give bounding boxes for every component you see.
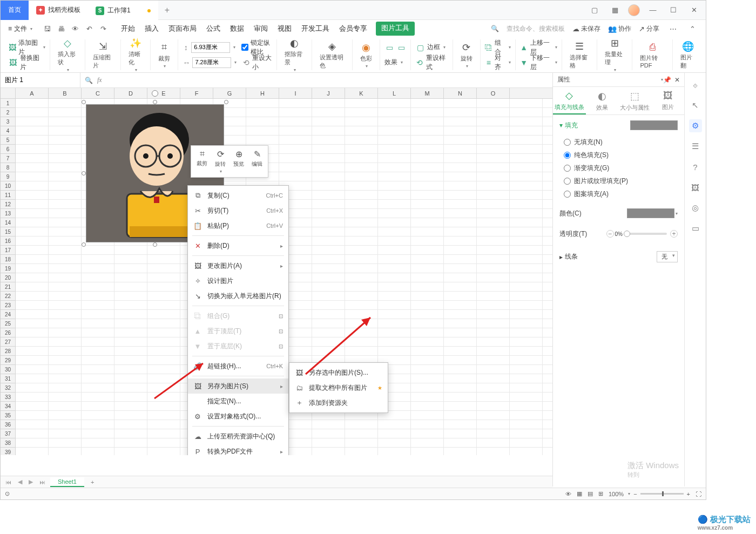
more-icon[interactable]: ⋯ bbox=[667, 23, 679, 35]
row-header[interactable]: 3 bbox=[1, 117, 16, 126]
name-box[interactable] bbox=[1, 73, 80, 87]
panel-tab-picture[interactable]: 🖼图片 bbox=[651, 87, 684, 114]
clarity-button[interactable]: ✨清晰化▾ bbox=[125, 36, 146, 73]
ctx-assign-macro[interactable]: 指定宏(N)... bbox=[188, 394, 288, 409]
insert-shape-button[interactable]: ◇插入形状▾ bbox=[55, 36, 80, 73]
tab-home[interactable]: 首页 bbox=[1, 1, 29, 20]
row-header[interactable]: 20 bbox=[1, 273, 16, 282]
col-header[interactable]: F bbox=[180, 88, 213, 98]
share-button[interactable]: ↗分享 bbox=[639, 24, 659, 33]
fill-gradient-radio[interactable]: 渐变填充(G) bbox=[559, 161, 678, 174]
row-header[interactable]: 26 bbox=[1, 328, 16, 337]
row-header[interactable]: 15 bbox=[1, 227, 16, 236]
sub-extract-all[interactable]: 🗂提取文档中所有图片★ bbox=[289, 380, 388, 395]
row-header[interactable]: 14 bbox=[1, 218, 16, 227]
reset-style-button[interactable]: ⟲重设样式 bbox=[415, 55, 448, 70]
border-button[interactable]: ▢边框▾ bbox=[415, 40, 448, 55]
rotate-button[interactable]: ⟳旋转▾ bbox=[457, 40, 476, 70]
row-header[interactable]: 2 bbox=[1, 108, 16, 117]
redo-icon[interactable]: ↷ bbox=[97, 23, 109, 35]
row-header[interactable]: 4 bbox=[1, 126, 16, 136]
strip-gallery-icon[interactable]: 🖼 bbox=[689, 181, 702, 194]
to-pdf-button[interactable]: ⎙图片转PDF bbox=[637, 40, 668, 70]
menu-tab-dev[interactable]: 开发工具 bbox=[300, 22, 330, 36]
ctx-change-pic[interactable]: 🖼更改图片(A)▸ bbox=[188, 258, 288, 273]
avatar[interactable] bbox=[628, 4, 640, 16]
save-icon[interactable]: 🖫 bbox=[41, 23, 53, 35]
row-header[interactable]: 29 bbox=[1, 356, 16, 365]
line-select[interactable]: 无 bbox=[657, 251, 678, 262]
select-pane-button[interactable]: ☰选择窗格 bbox=[566, 39, 592, 71]
sheet-add-button[interactable]: + bbox=[87, 479, 97, 485]
collapse-ribbon-icon[interactable]: ⌃ bbox=[686, 23, 698, 35]
menu-file[interactable]: ≡文件▾ bbox=[4, 22, 37, 36]
sheet-nav-next[interactable]: ▶ bbox=[27, 478, 35, 485]
row-header[interactable]: 39 bbox=[1, 448, 16, 455]
tab-workbook[interactable]: S工作簿1 bbox=[88, 1, 158, 20]
row-header[interactable]: 22 bbox=[1, 292, 16, 301]
menu-tab-member[interactable]: 会员专享 bbox=[338, 22, 368, 36]
reset-size-button[interactable]: 重设大小 bbox=[252, 53, 272, 72]
zoom-fx-icon[interactable]: 🔍 bbox=[85, 77, 93, 84]
layout-icon[interactable]: ▢ bbox=[587, 3, 602, 18]
row-header[interactable]: 36 bbox=[1, 420, 16, 429]
row-header[interactable]: 16 bbox=[1, 236, 16, 246]
col-header[interactable]: C bbox=[82, 88, 114, 98]
group-button[interactable]: ⿻组合▾ bbox=[485, 40, 511, 55]
row-header[interactable]: 38 bbox=[1, 438, 16, 448]
apps-icon[interactable]: ▦ bbox=[608, 3, 623, 18]
row-header[interactable]: 34 bbox=[1, 402, 16, 411]
menu-tab-layout[interactable]: 页面布局 bbox=[167, 22, 198, 36]
fullscreen-icon[interactable]: ⛶ bbox=[696, 491, 701, 497]
ctx-embed-cell[interactable]: ↘切换为嵌入单元格图片(R) bbox=[188, 288, 288, 303]
ctx-format-object[interactable]: ⚙设置对象格式(O)... bbox=[188, 409, 288, 424]
row-header[interactable]: 13 bbox=[1, 209, 16, 218]
view-normal-icon[interactable]: ▦ bbox=[577, 490, 582, 497]
row-header[interactable]: 11 bbox=[1, 191, 16, 200]
row-header[interactable]: 32 bbox=[1, 383, 16, 393]
strip-help-icon[interactable]: ? bbox=[689, 160, 702, 173]
effect-button[interactable]: 效果▾ bbox=[384, 55, 406, 70]
view-page-icon[interactable]: ▤ bbox=[588, 490, 593, 497]
color-button[interactable]: ◉色彩▾ bbox=[357, 40, 375, 70]
col-header[interactable]: I bbox=[279, 88, 312, 98]
sub-add-assets[interactable]: ＋添加到资源夹 bbox=[289, 395, 388, 410]
fill-pattern-radio[interactable]: 图案填充(A) bbox=[559, 187, 678, 200]
row-header[interactable]: 8 bbox=[1, 163, 16, 172]
minimize-button[interactable]: — bbox=[645, 3, 660, 18]
row-header[interactable]: 33 bbox=[1, 393, 16, 402]
maximize-button[interactable]: ☐ bbox=[666, 3, 681, 18]
row-header[interactable]: 21 bbox=[1, 282, 16, 292]
tab-new[interactable]: + bbox=[158, 5, 176, 15]
col-header[interactable]: N bbox=[444, 88, 477, 98]
row-header[interactable]: 17 bbox=[1, 246, 16, 255]
strip-settings-icon[interactable]: ⚙ bbox=[689, 119, 702, 132]
batch-button[interactable]: ⊞批量处理▾ bbox=[602, 36, 627, 73]
select-all-corner[interactable] bbox=[1, 88, 16, 98]
fill-preview[interactable] bbox=[630, 120, 678, 130]
minus-button[interactable]: − bbox=[606, 230, 614, 238]
row-header[interactable]: 27 bbox=[1, 337, 16, 347]
row-header[interactable]: 1 bbox=[1, 99, 16, 108]
remove-bg-button[interactable]: ◐抠除背景▾ bbox=[281, 36, 307, 73]
col-header[interactable]: M bbox=[411, 88, 444, 98]
tab-template[interactable]: ✦找稻壳模板 bbox=[29, 1, 88, 20]
col-header[interactable]: G bbox=[213, 88, 246, 98]
row-header[interactable]: 10 bbox=[1, 181, 16, 191]
menu-tab-picture-tools[interactable]: 图片工具 bbox=[376, 22, 415, 36]
menu-tab-formula[interactable]: 公式 bbox=[205, 22, 221, 36]
status-record-icon[interactable]: ⊙ bbox=[5, 490, 10, 497]
col-header[interactable]: J bbox=[312, 88, 345, 98]
sheet-nav-last[interactable]: ⏭ bbox=[38, 479, 47, 485]
ctx-copy[interactable]: ⧉复制(C)Ctrl+C bbox=[188, 188, 288, 203]
menu-tab-data[interactable]: 数据 bbox=[229, 22, 245, 36]
strip-device-icon[interactable]: ▭ bbox=[689, 222, 702, 235]
row-header[interactable]: 23 bbox=[1, 301, 16, 310]
strip-list-icon[interactable]: ☰ bbox=[689, 140, 702, 153]
row-header[interactable]: 30 bbox=[1, 365, 16, 374]
plus-button[interactable]: + bbox=[670, 230, 678, 238]
lock-ratio-checkbox[interactable] bbox=[241, 44, 248, 51]
preview-icon[interactable]: 👁 bbox=[69, 23, 81, 35]
row-header[interactable]: 19 bbox=[1, 264, 16, 273]
sheet-tab[interactable]: Sheet1 bbox=[50, 477, 84, 487]
